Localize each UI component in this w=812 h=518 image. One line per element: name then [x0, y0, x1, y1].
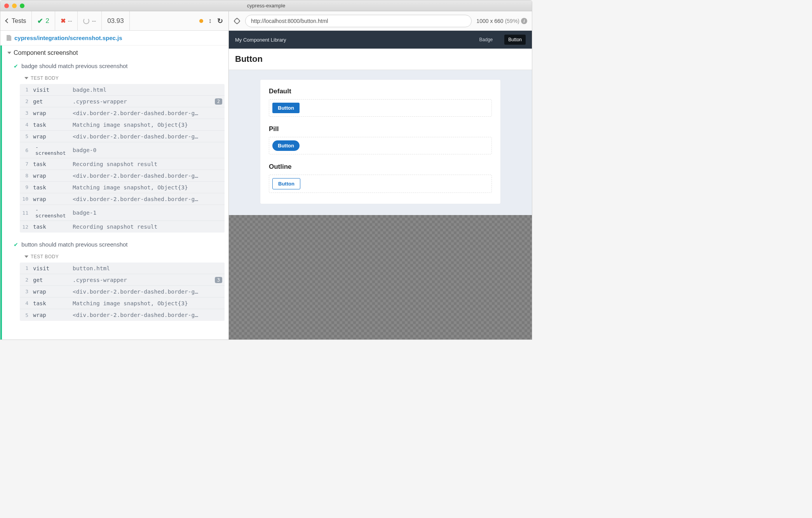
component-card: Default Button Pill Button Outline Butto… — [260, 79, 501, 204]
command-message: <div.border-2.border-dashed.border-g… — [73, 131, 225, 142]
chevron-down-icon — [24, 256, 28, 258]
command-row[interactable]: 1visitbutton.html — [20, 262, 225, 274]
failed-count[interactable]: ✖ -- — [55, 11, 78, 30]
page-title: Button — [235, 54, 526, 64]
line-number: 11 — [20, 210, 31, 216]
command-row[interactable]: 2get.cypress-wrapper3 — [20, 274, 225, 286]
back-button[interactable]: Tests — [0, 11, 32, 30]
test-row-badge[interactable]: ✔ badge should match previous screenshot — [2, 60, 228, 72]
test-row-button[interactable]: ✔ button should match previous screensho… — [2, 238, 228, 251]
titlebar: cypress-example — [0, 0, 532, 11]
command-row[interactable]: 11- screenshotbadge-1 — [20, 205, 225, 221]
auto-scroll-icon[interactable] — [199, 19, 203, 23]
test-body-header[interactable]: TEST BODY — [2, 251, 228, 262]
command-message: <div.border-2.border-dashed.border-g… — [73, 310, 225, 320]
command-message: badge.html — [73, 85, 225, 95]
command-message: <div.border-2.border-dashed.border-g… — [73, 171, 225, 181]
command-row[interactable]: 9taskMatching image snapshot, Object{3} — [20, 182, 225, 193]
demo-default: Button — [269, 99, 492, 117]
aut-navbar: My Component Library Badge Button — [229, 31, 532, 49]
command-name: task — [31, 159, 73, 169]
viewport-info[interactable]: 1000 x 660 (59%) i — [476, 18, 527, 24]
pending-icon — [83, 18, 89, 24]
line-number: 3 — [20, 110, 31, 116]
chevron-down-icon — [7, 52, 11, 54]
updown-icon[interactable]: ↕ — [209, 17, 212, 25]
command-message: Recording snapshot result — [73, 159, 225, 169]
close-icon[interactable] — [4, 4, 9, 8]
chevron-down-icon — [24, 77, 28, 79]
command-message: badge-0 — [73, 145, 225, 155]
command-name: - screenshot — [31, 205, 73, 220]
command-list: 1visitbadge.html2get.cypress-wrapper23wr… — [2, 84, 228, 238]
chevron-left-icon — [5, 18, 10, 23]
aut-container: My Component Library Badge Button Button… — [229, 31, 532, 340]
aut-frame[interactable]: My Component Library Badge Button Button… — [229, 31, 532, 215]
pending-count[interactable]: -- — [78, 11, 102, 30]
command-message: badge-1 — [73, 208, 225, 218]
command-message: <div.border-2.border-dashed.border-g… — [73, 108, 225, 118]
aut-body: Default Button Pill Button Outline Butto… — [229, 70, 532, 215]
viewport-pct: (59%) — [505, 18, 519, 24]
count-badge: 3 — [215, 277, 222, 283]
window-title: cypress-example — [0, 3, 532, 9]
reporter-toolbar: Tests ✔ 2 ✖ -- -- 03.93 — [0, 11, 228, 31]
tab-button[interactable]: Button — [504, 35, 526, 45]
reload-icon[interactable]: ↻ — [217, 17, 223, 25]
app-window: cypress-example Tests ✔ 2 ✖ -- — [0, 0, 532, 340]
line-number: 4 — [20, 300, 31, 306]
line-number: 2 — [20, 277, 31, 283]
duration: 03.93 — [102, 11, 130, 30]
line-number: 7 — [20, 161, 31, 167]
suite-title: Component screenshot — [14, 49, 78, 56]
command-name: wrap — [31, 171, 73, 181]
reporter-body[interactable]: Component screenshot ✔ badge should matc… — [0, 46, 228, 340]
button-default[interactable]: Button — [272, 103, 300, 113]
command-name: get — [31, 96, 73, 107]
command-row[interactable]: 3wrap<div.border-2.border-dashed.border-… — [20, 107, 225, 119]
selector-playground-icon[interactable] — [233, 18, 240, 24]
command-name: task — [31, 222, 73, 232]
line-number: 10 — [20, 196, 31, 202]
command-row[interactable]: 6- screenshotbadge-0 — [20, 142, 225, 158]
url-input[interactable]: http://localhost:8000/button.html — [245, 15, 472, 27]
command-message: <div.border-2.border-dashed.border-g… — [73, 194, 225, 204]
command-row[interactable]: 3wrap<div.border-2.border-dashed.border-… — [20, 286, 225, 298]
url-bar: http://localhost:8000/button.html 1000 x… — [229, 11, 532, 31]
check-icon: ✔ — [14, 242, 18, 248]
spec-bar[interactable]: cypress/integration/screenshot.spec.js — [0, 31, 228, 46]
command-row[interactable]: 5wrap<div.border-2.border-dashed.border-… — [20, 309, 225, 321]
command-row[interactable]: 1visitbadge.html — [20, 84, 225, 96]
test-body-header[interactable]: TEST BODY — [2, 72, 228, 84]
command-message: Recording snapshot result — [73, 222, 225, 232]
command-name: wrap — [31, 194, 73, 204]
section-title-pill: Pill — [269, 125, 492, 133]
line-number: 5 — [20, 312, 31, 318]
info-icon[interactable]: i — [521, 18, 527, 24]
command-row[interactable]: 2get.cypress-wrapper2 — [20, 96, 225, 107]
command-row[interactable]: 8wrap<div.border-2.border-dashed.border-… — [20, 170, 225, 182]
minimize-icon[interactable] — [12, 4, 17, 8]
count-badge: 2 — [215, 98, 222, 105]
tab-badge[interactable]: Badge — [476, 35, 497, 45]
command-row[interactable]: 10wrap<div.border-2.border-dashed.border… — [20, 193, 225, 205]
svg-point-0 — [235, 19, 239, 23]
button-outline[interactable]: Button — [272, 178, 300, 189]
command-row[interactable]: 4taskMatching image snapshot, Object{3} — [20, 298, 225, 309]
button-pill[interactable]: Button — [272, 140, 300, 151]
suite-header[interactable]: Component screenshot — [2, 46, 228, 60]
command-row[interactable]: 7taskRecording snapshot result — [20, 158, 225, 170]
check-icon: ✔ — [37, 17, 43, 25]
command-name: wrap — [31, 131, 73, 142]
line-number: 1 — [20, 265, 31, 271]
maximize-icon[interactable] — [20, 4, 24, 8]
aut-brand[interactable]: My Component Library — [235, 37, 286, 43]
test-title: button should match previous screenshot — [21, 241, 128, 248]
command-row[interactable]: 4taskMatching image snapshot, Object{3} — [20, 119, 225, 131]
command-row[interactable]: 12taskRecording snapshot result — [20, 221, 225, 233]
aut-page-header: Button — [229, 49, 532, 70]
command-row[interactable]: 5wrap<div.border-2.border-dashed.border-… — [20, 131, 225, 142]
test-body-label: TEST BODY — [31, 75, 59, 81]
passed-count[interactable]: ✔ 2 — [32, 11, 55, 30]
line-number: 1 — [20, 87, 31, 93]
